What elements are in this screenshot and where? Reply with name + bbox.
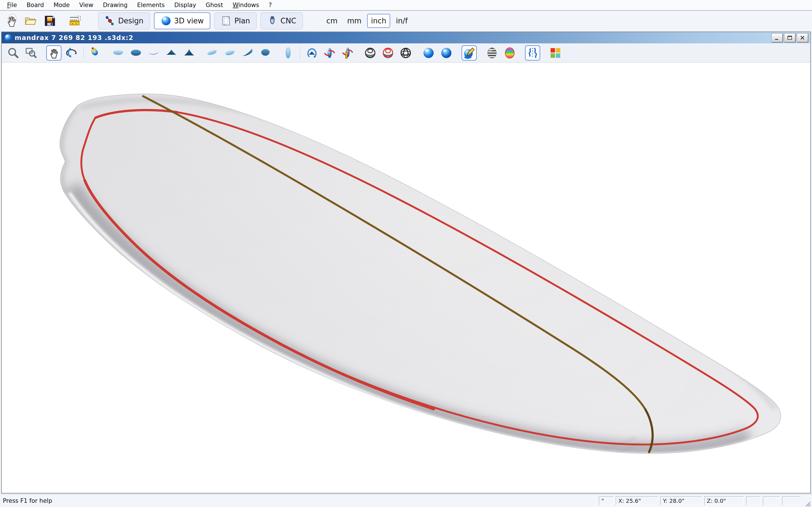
design-button-label: Design [118, 17, 144, 25]
maximize-icon [786, 35, 793, 41]
zoom-icon[interactable] [6, 45, 21, 61]
status-unit-cell: " [599, 496, 613, 505]
design-button[interactable]: Design [98, 12, 150, 29]
unit-inf[interactable]: in/f [392, 14, 412, 28]
main-toolbar: Design 3D view Plan [0, 11, 812, 31]
cnc-button-label: CNC [281, 17, 296, 25]
rotate-vertical-icon[interactable] [340, 45, 355, 61]
menu-ghost[interactable]: Ghost [201, 1, 228, 9]
cnc-button[interactable]: CNC [260, 12, 303, 29]
view-perspective-4-icon[interactable] [258, 45, 273, 61]
toolbar-separator [300, 47, 300, 59]
viewport-3d[interactable] [2, 62, 810, 493]
view-perspective-2-icon[interactable] [222, 45, 238, 61]
new-board-icon[interactable] [3, 13, 20, 29]
minimize-icon [774, 35, 780, 41]
resize-grip[interactable] [804, 500, 811, 507]
slices-active-icon[interactable] [380, 45, 396, 61]
pan-icon[interactable] [46, 45, 61, 61]
wireframe-icon[interactable] [398, 45, 413, 61]
status-help-text: Press F1 for help [0, 497, 599, 504]
surfboard-3d-render [2, 62, 810, 493]
view-perspective-3-icon[interactable] [240, 45, 255, 61]
color-palette-icon[interactable] [548, 45, 563, 61]
rotate-horizontal-icon[interactable] [322, 45, 337, 61]
menu-view[interactable]: View [74, 1, 98, 9]
unit-cm[interactable]: cm [322, 14, 342, 28]
zebra-stripes-icon[interactable] [485, 45, 500, 61]
cnc-bit-icon [267, 15, 278, 26]
status-bar: Press F1 for help " X: 25.6" Y: 28.0" Z:… [0, 494, 812, 507]
view-bottom-icon[interactable] [128, 45, 144, 61]
view-side-icon[interactable] [146, 45, 161, 61]
menu-drawing[interactable]: Drawing [98, 1, 132, 9]
3d-view-button-label: 3D view [174, 17, 204, 25]
menu-help[interactable]: ? [264, 1, 276, 9]
symmetry-icon[interactable] [525, 45, 540, 61]
sphere-icon [161, 15, 171, 26]
menu-mode[interactable]: Mode [49, 1, 74, 9]
view-top-icon[interactable] [110, 45, 126, 61]
menu-display[interactable]: Display [169, 1, 201, 9]
dimensions-icon[interactable] [67, 13, 84, 29]
render-shaded-icon[interactable] [439, 45, 454, 61]
curvature-map-icon[interactable] [502, 45, 517, 61]
view-front-icon[interactable] [164, 45, 179, 61]
menu-board[interactable]: Board [22, 1, 49, 9]
unit-toggle: cm mm inch in/f [322, 14, 412, 28]
close-button[interactable] [797, 33, 808, 42]
unit-mm[interactable]: mm [343, 14, 365, 28]
plan-button[interactable]: Plan [214, 12, 256, 29]
document-title: mandrax 7 269 82 193 .s3dx:2 [15, 34, 771, 41]
view-toolbar [2, 43, 810, 62]
minimize-button[interactable] [771, 33, 783, 42]
rotate-flip-icon[interactable] [304, 45, 319, 61]
status-z-cell: Z: 0.0" [704, 496, 744, 505]
menu-elements[interactable]: Elements [132, 1, 169, 9]
document-window: mandrax 7 269 82 193 .s3dx:2 [1, 32, 811, 494]
render-design-icon[interactable] [462, 45, 477, 61]
save-file-icon[interactable] [42, 13, 58, 29]
plan-button-label: Plan [234, 17, 250, 25]
orbit-icon[interactable] [64, 45, 79, 61]
unit-inch[interactable]: inch [367, 14, 390, 28]
status-y-cell: Y: 28.0" [660, 496, 702, 505]
document-titlebar[interactable]: mandrax 7 269 82 193 .s3dx:2 [2, 32, 810, 43]
plan-sheet-icon [221, 15, 232, 26]
window-controls [771, 33, 808, 42]
status-x-cell: X: 25.6" [616, 496, 658, 505]
view-outline-icon[interactable] [281, 45, 296, 61]
menu-windows[interactable]: Windows [228, 1, 264, 9]
status-empty-cell [763, 496, 780, 505]
menu-file[interactable]: File [2, 1, 22, 9]
status-empty-cell [782, 496, 801, 505]
mode-buttons: Design 3D view Plan [98, 12, 303, 29]
zoom-area-icon[interactable] [23, 45, 39, 61]
status-empty-cell [746, 496, 761, 505]
3d-view-button[interactable]: 3D view [154, 12, 211, 29]
app-icon [4, 34, 12, 42]
open-file-icon[interactable] [22, 13, 39, 29]
render-smooth-icon[interactable] [421, 45, 436, 61]
menu-bar: File Board Mode View Drawing Elements Di… [0, 0, 812, 11]
light-icon[interactable] [88, 45, 103, 61]
close-icon [799, 35, 806, 41]
slices-icon[interactable] [363, 45, 378, 61]
view-back-icon[interactable] [182, 45, 197, 61]
maximize-button[interactable] [784, 33, 795, 42]
toolbar-separator [84, 47, 84, 59]
design-nodes-icon [105, 15, 115, 26]
view-perspective-1-icon[interactable] [204, 45, 220, 61]
